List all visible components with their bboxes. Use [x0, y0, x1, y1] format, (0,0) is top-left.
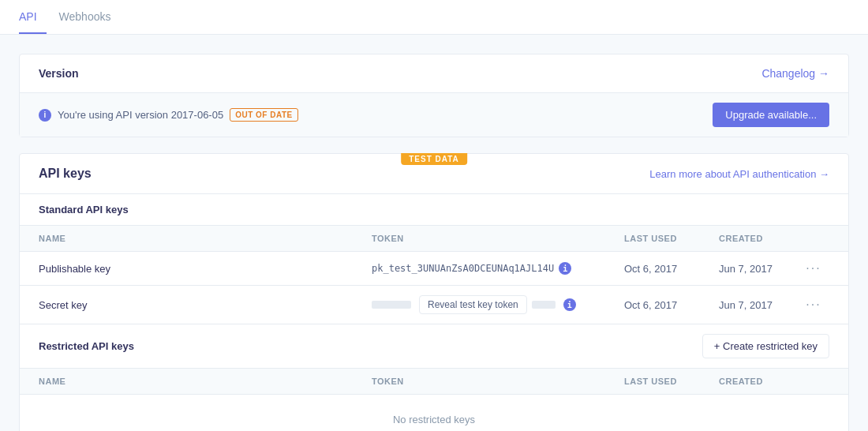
secret-key-token-container: Reveal test key token i — [372, 295, 624, 314]
restricted-table-header: NAME TOKEN LAST USED CREATED — [20, 369, 848, 395]
col-header-name: NAME — [39, 234, 372, 243]
main-content: Version Changelog → i You're using API v… — [0, 35, 868, 431]
api-keys-card: TEST DATA API keys Learn more about API … — [19, 153, 849, 431]
nav-tab-api[interactable]: API — [19, 1, 47, 34]
col-header-actions — [798, 234, 829, 243]
publishable-key-more-button[interactable]: ··· — [798, 261, 829, 275]
restricted-keys-header: Restricted API keys + Create restricted … — [20, 324, 848, 369]
create-restricted-key-button[interactable]: + Create restricted key — [702, 334, 829, 358]
version-text: You're using API version 2017-06-05 — [58, 109, 223, 121]
version-title: Version — [39, 67, 79, 80]
no-restricted-keys-text: No restricted keys — [393, 414, 475, 425]
secret-key-masked — [372, 301, 411, 309]
col-header-created: CREATED — [719, 234, 798, 243]
version-row: i You're using API version 2017-06-05 OU… — [20, 93, 848, 137]
restricted-col-header-name: NAME — [39, 377, 372, 386]
top-navigation: API Webhooks — [0, 0, 868, 35]
restricted-col-header-created: CREATED — [719, 377, 798, 386]
publishable-key-name: Publishable key — [39, 263, 372, 275]
restricted-api-keys-title: Restricted API keys — [39, 340, 134, 352]
secret-key-last-used: Oct 6, 2017 — [624, 299, 719, 311]
table-row: Publishable key pk_test_3UNUAnZsA0DCEUNA… — [20, 252, 848, 286]
secret-key-more-button[interactable]: ··· — [798, 298, 829, 312]
table-header: NAME TOKEN LAST USED CREATED — [20, 226, 848, 252]
nav-tab-webhooks[interactable]: Webhooks — [59, 1, 121, 34]
info-icon: i — [39, 109, 51, 122]
standard-api-keys-title: Standard API keys — [20, 194, 848, 226]
restricted-col-header-last-used: LAST USED — [624, 377, 719, 386]
publishable-key-info-icon[interactable]: i — [559, 262, 571, 275]
learn-more-link[interactable]: Learn more about API authentication → — [649, 168, 829, 180]
api-keys-title: API keys — [39, 167, 92, 181]
col-header-last-used: LAST USED — [624, 234, 719, 243]
col-header-token: TOKEN — [372, 234, 624, 243]
version-card: Version Changelog → i You're using API v… — [19, 54, 849, 137]
restricted-col-header-actions — [798, 377, 829, 386]
publishable-key-token-container: pk_test_3UNUAnZsA0DCEUNAq1AJL14U i — [372, 262, 624, 275]
changelog-link[interactable]: Changelog → — [761, 67, 829, 80]
table-row: Secret key Reveal test key token i Oct 6… — [20, 286, 848, 324]
upgrade-button[interactable]: Upgrade available... — [713, 103, 829, 127]
publishable-key-created: Jun 7, 2017 — [719, 263, 798, 275]
publishable-key-last-used: Oct 6, 2017 — [624, 263, 719, 275]
version-header: Version Changelog → — [20, 54, 848, 93]
secret-key-name: Secret key — [39, 299, 372, 311]
test-data-banner: TEST DATA — [401, 153, 467, 165]
reveal-key-button[interactable]: Reveal test key token — [419, 295, 527, 314]
no-restricted-keys-row: No restricted keys — [20, 395, 848, 431]
secret-key-created: Jun 7, 2017 — [719, 299, 798, 311]
secret-key-info-icon[interactable]: i — [563, 298, 576, 311]
out-of-date-badge: OUT OF DATE — [230, 108, 298, 122]
version-info: i You're using API version 2017-06-05 OU… — [39, 108, 298, 122]
secret-key-masked-end — [532, 301, 556, 309]
publishable-key-token: pk_test_3UNUAnZsA0DCEUNAq1AJL14U — [372, 263, 554, 274]
restricted-col-header-token: TOKEN — [372, 377, 624, 386]
